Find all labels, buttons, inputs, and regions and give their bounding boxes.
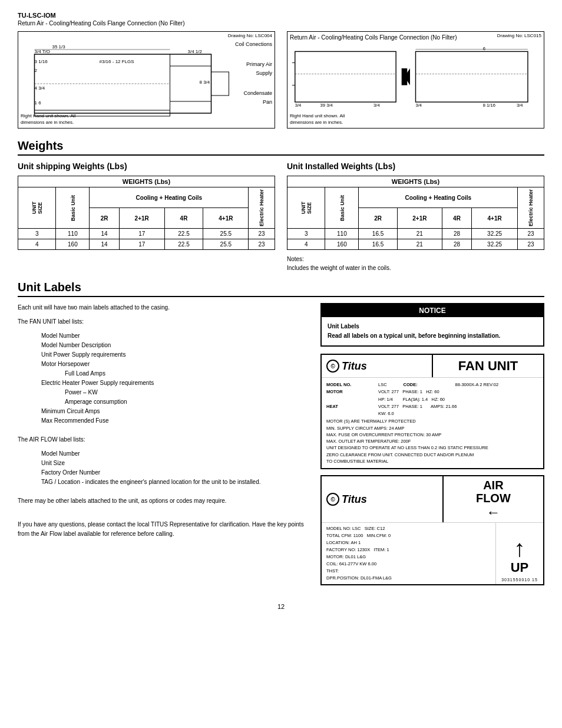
inst-col-2r: 2R: [359, 208, 397, 229]
fan-hp-key: [326, 396, 373, 403]
svg-text:39 3/4: 39 3/4: [320, 103, 333, 108]
electric-heater-header-ship: Electric Heater: [249, 187, 275, 229]
shipping-table-header: WEIGHTS (Lbs): [18, 176, 275, 187]
af-item-2: Unit Size: [41, 459, 309, 468]
af-thst-row: THST:: [326, 568, 491, 575]
fan-max-fuse: MAX. FUSE OR OVERCURRENT PROTECTION: 30 …: [326, 431, 538, 438]
fan-kw-val: KW: 6.0: [378, 410, 394, 417]
inst-col-4r: 4R: [442, 208, 471, 229]
ship-2p1r-3: 17: [119, 229, 164, 239]
inst-size-3: 3: [287, 229, 325, 239]
header: TU-LSC-IOM Return Air - Cooling/Heating …: [18, 12, 544, 27]
fan-heat-key: HEAT: [326, 403, 373, 410]
cooling-heating-header-inst: Cooling + Heating Coils: [359, 187, 518, 208]
ship-4p1r-3: 25.5: [203, 229, 249, 239]
air-flow-items: Model Number Unit Size Factory Order Num…: [41, 449, 309, 487]
left-diagram: Drawing No: LSC004 35 1/3 3/4 T/O 3 1/16…: [18, 31, 275, 129]
inst-col-2p1r: 2+1R: [397, 208, 442, 229]
para1: There may be other labels attached to th…: [18, 496, 309, 506]
fan-item-4: Motor Horsepower: [41, 360, 309, 369]
svg-text:3 1/16: 3 1/16: [35, 59, 48, 64]
fan-item-1: Model Number: [41, 331, 309, 341]
electric-heater-header-inst: Electric Heater: [518, 187, 544, 229]
para2: If you have any questions, please contac…: [18, 520, 309, 539]
fan-motor-val: VOLT: 277 PHASE: 1 HZ: 60: [378, 388, 439, 395]
air-flow-body-right: ↑ UP 3031550010 15: [496, 523, 543, 584]
page-number: 12: [18, 603, 544, 610]
svg-text:3/4: 3/4: [416, 103, 422, 108]
ship-col-2r: 2R: [90, 208, 119, 229]
intro-text: Each unit will have two main labels atta…: [18, 303, 309, 312]
unit-size-header-inst: UNITSIZE: [287, 187, 325, 229]
fan-item-7: Power – KW: [65, 388, 309, 397]
air-flow-arrow-icon: ←: [486, 505, 500, 520]
fan-motor-hp-row: HP: 1/4 FLA(3A): 1.4 HZ: 60: [326, 396, 538, 403]
air-flow-card-body: MODEL NO: LSC SIZE: C12 TOTAL CFM: 1100 …: [322, 522, 543, 584]
fan-heat-row: HEAT VOLT: 277 PHASE: 1 AMPS: 21.66: [326, 403, 538, 410]
svg-text:4 3/4: 4 3/4: [35, 85, 45, 91]
ship-4r-4: 22.5: [164, 239, 203, 250]
basic-unit-header-inst: Basic Unit: [325, 187, 359, 229]
fan-protected: MOTOR (S) ARE THERMALLY PROTECTED: [326, 418, 538, 424]
shipping-row-1: 3 110 14 17 22.5 25.5 23: [18, 229, 275, 239]
inst-2p1r-4: 21: [397, 239, 442, 250]
unit-size-header-ship: UNITSIZE: [18, 187, 56, 229]
ship-2r-3: 14: [90, 229, 119, 239]
left-diagram-footer: Right Hand unit shown. All dimensions ar…: [21, 113, 75, 126]
ship-2r-4: 14: [90, 239, 119, 250]
inst-4r-3: 28: [442, 229, 471, 239]
ship-elec-3: 23: [249, 229, 275, 239]
af-item-3: Factory Order Number: [41, 468, 309, 477]
installed-table: WEIGHTS (Lbs) UNITSIZE Basic Unit Coolin…: [287, 176, 544, 250]
notice-body-text: Read all labels on a typical unit, befor…: [328, 331, 537, 341]
fan-zero-clear: ZERO CLEARANCE FROM UNIT. CONNECTED DUCT…: [326, 452, 538, 458]
unit-labels-section: Unit Labels Each unit will have two main…: [18, 281, 544, 591]
af-item-4: TAG / Location - indicates the engineer'…: [41, 477, 309, 487]
air-flow-card: © Titus AIR FLOW ← MODEL NO: LSC SIZE: C…: [320, 475, 544, 585]
svg-text:3/4: 3/4: [295, 103, 302, 108]
svg-text:3/4 1/2: 3/4 1/2: [188, 49, 203, 54]
titus-text: Titus: [342, 360, 367, 373]
svg-text:8 1/16: 8 1/16: [483, 103, 495, 108]
fan-motor-key: MOTOR: [326, 388, 373, 395]
ship-basic-3: 110: [56, 229, 90, 239]
af-item-1: Model Number: [41, 449, 309, 459]
up-text: UP: [511, 560, 529, 575]
af-factory-row: FACTORY NO: 1230X ITEM: 1: [326, 546, 491, 554]
air-flow-title-line2: FLOW: [476, 492, 511, 505]
inst-basic-3: 110: [325, 229, 359, 239]
air-flow-titus-logo: © Titus: [326, 493, 367, 506]
notice-title: Unit Labels: [328, 322, 537, 331]
air-flow-titus-icon: ©: [326, 493, 339, 506]
fan-heat-kw-row: KW: 6.0: [326, 410, 538, 417]
ship-basic-4: 160: [56, 239, 90, 250]
unit-labels-left: Each unit will have two main labels atta…: [18, 303, 309, 591]
ship-2p1r-4: 17: [119, 239, 164, 250]
barcode: 3031550010 15: [501, 578, 538, 582]
svg-text:1 6: 1 6: [35, 100, 42, 106]
fan-heat-val: VOLT: 277 PHASE: 1 AMPS: 21.66: [378, 403, 457, 410]
fan-model-row: MODEL NO. LSC CODE: 88-3000X-A 2 REV:02: [326, 381, 538, 388]
ship-size-3: 3: [18, 229, 56, 239]
titus-icon: ©: [326, 360, 339, 373]
doc-title: TU-LSC-IOM: [18, 12, 544, 19]
fan-item-8: Amperage consumption: [65, 397, 309, 407]
installed-subtitle: Unit Installed Weights (Lbs): [287, 162, 544, 171]
svg-rect-18: [416, 51, 528, 102]
fan-item-5: Full Load Amps: [65, 369, 309, 378]
shipping-weights: Unit shipping Weights (Lbs) WEIGHTS (Lbs…: [18, 162, 275, 272]
fan-max-outlet: MAX. OUTLET AIR TEMPERATURE: 200F: [326, 438, 538, 444]
left-diagram-svg: 35 1/3 3/4 T/O 3 1/16 2 4 3/4 1 6 #3/16 …: [23, 37, 270, 125]
basic-unit-header-ship: Basic Unit: [56, 187, 90, 229]
installed-row-2: 4 160 16.5 21 28 32.25 23: [287, 239, 544, 250]
fan-code-key: CODE:: [404, 381, 451, 388]
fan-unit-items: Model Number Model Number Description Un…: [41, 331, 309, 426]
unit-labels-right: NOTICE Unit Labels Read all labels on a …: [320, 303, 544, 591]
pan-label: Pan: [235, 98, 272, 106]
inst-elec-4: 23: [518, 239, 544, 250]
inst-col-4p1r: 4+1R: [472, 208, 518, 229]
weights-title: Weights: [18, 139, 544, 156]
fan-model-key: MODEL NO.: [326, 381, 373, 388]
shipping-subtitle: Unit shipping Weights (Lbs): [18, 162, 275, 171]
inst-4r-4: 28: [442, 239, 471, 250]
